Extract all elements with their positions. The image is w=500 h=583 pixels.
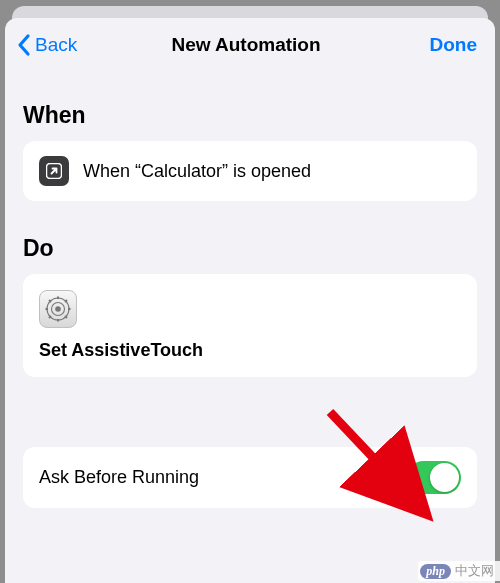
svg-line-10 [49,316,51,318]
open-app-icon [39,156,69,186]
when-section-header: When [23,102,477,129]
back-button[interactable]: Back [15,32,105,58]
done-button[interactable]: Done [387,34,477,56]
when-condition-text: When “Calculator” is opened [83,161,311,182]
svg-line-8 [49,300,51,302]
modal-sheet: Back New Automation Done When When “Calc… [5,18,495,583]
do-action-card[interactable]: Set AssistiveTouch [23,274,477,377]
do-action-label: Set AssistiveTouch [39,340,461,361]
watermark-text: 中文网 [455,562,494,580]
navigation-bar: Back New Automation Done [5,18,495,68]
ask-before-running-label: Ask Before Running [39,467,199,488]
svg-line-11 [65,300,67,302]
when-condition-card[interactable]: When “Calculator” is opened [23,141,477,201]
page-title: New Automation [105,34,387,56]
back-label: Back [35,34,77,56]
chevron-left-icon [15,32,33,58]
watermark: php 中文网 [418,561,500,581]
svg-line-9 [65,316,67,318]
do-section-header: Do [23,235,477,262]
svg-point-3 [55,306,61,312]
ask-before-running-toggle[interactable] [407,461,461,494]
settings-app-icon [39,290,77,328]
watermark-logo: php [420,564,451,579]
ask-before-running-row[interactable]: Ask Before Running [23,447,477,508]
